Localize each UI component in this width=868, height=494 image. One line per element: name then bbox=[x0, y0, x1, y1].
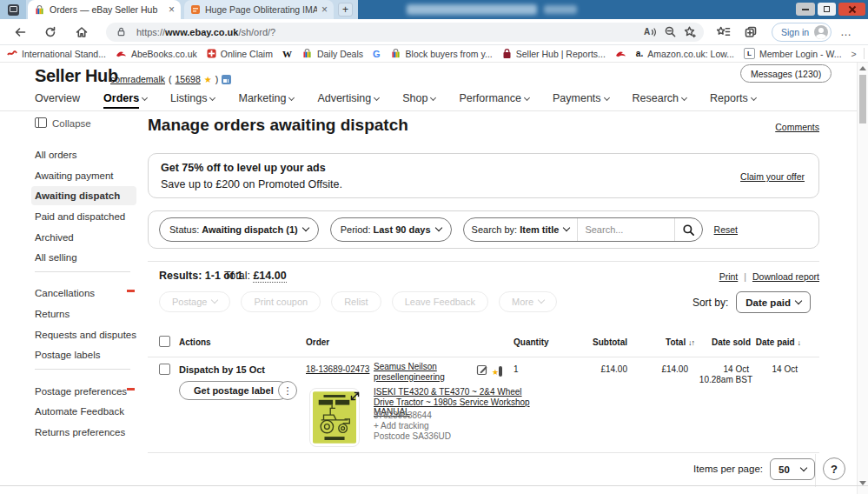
sidebar-item-cancellations[interactable]: Cancellations bbox=[35, 288, 95, 298]
page-scrollbar[interactable] bbox=[857, 63, 868, 494]
sidebar-item-returns[interactable]: Returns bbox=[35, 309, 70, 319]
add-tracking-link[interactable]: + Add tracking bbox=[374, 421, 429, 431]
reset-link[interactable]: Reset bbox=[714, 224, 738, 235]
browser-settings-menu-icon[interactable]: … bbox=[840, 25, 852, 38]
feedback-count-link[interactable]: 15698 bbox=[176, 74, 201, 84]
sidebar-item-automate-feedback[interactable]: Automate Feedback bbox=[35, 406, 124, 417]
nav-research[interactable]: Research bbox=[633, 92, 687, 104]
search-group: Search by:Item title bbox=[463, 217, 703, 242]
nav-payments[interactable]: Payments bbox=[553, 92, 609, 104]
tab-actions-menu-button[interactable] bbox=[0, 0, 26, 19]
sidebar-item-paid-and-dispatched[interactable]: Paid and dispatched bbox=[35, 211, 125, 222]
relist-button[interactable]: Relist bbox=[331, 291, 381, 312]
nav-listings[interactable]: Listings bbox=[170, 92, 215, 104]
url-text[interactable]: https://www.ebay.co.uk/sh/ord/? bbox=[136, 27, 641, 37]
sidebar-item-awaiting-payment[interactable]: Awaiting payment bbox=[35, 170, 114, 181]
row-checkbox[interactable] bbox=[159, 364, 170, 375]
sidebar-item-requests-and-disputes[interactable]: Requests and disputes bbox=[35, 330, 136, 340]
download-report-link[interactable]: Download report bbox=[752, 271, 819, 282]
new-tab-button[interactable]: + bbox=[338, 3, 353, 17]
sign-in-button[interactable]: Sign in bbox=[772, 23, 832, 42]
buyer-link[interactable]: Seamus Neilson presellengineering bbox=[374, 362, 445, 382]
add-note-icon[interactable] bbox=[476, 364, 488, 376]
select-all-checkbox[interactable] bbox=[159, 336, 170, 347]
browser-tab-active[interactable]: Orders — eBay Seller Hub × bbox=[28, 0, 181, 19]
order-number-link[interactable]: 18-13689-02473 bbox=[306, 364, 369, 374]
sidebar-item-all-orders[interactable]: All orders bbox=[35, 150, 77, 160]
get-postage-label-button[interactable]: Get postage label bbox=[179, 381, 288, 400]
items-per-page-dropdown[interactable]: 50 bbox=[770, 458, 815, 480]
leave-feedback-button[interactable]: Leave Feedback bbox=[392, 291, 488, 312]
item-number: 376239038644 bbox=[374, 411, 432, 420]
bookmark-wikipedia[interactable]: W bbox=[282, 49, 292, 59]
bookmark-online-claim[interactable]: Online Claim bbox=[207, 49, 273, 59]
abebooks-bird-icon bbox=[116, 49, 127, 58]
sidebar-item-postage-labels[interactable]: Postage labels bbox=[35, 350, 100, 360]
tab-close-icon[interactable]: × bbox=[169, 4, 175, 15]
window-maximize-button[interactable] bbox=[818, 3, 836, 16]
refresh-button[interactable] bbox=[40, 22, 61, 43]
help-button[interactable]: ? bbox=[823, 457, 845, 480]
nav-reports[interactable]: Reports bbox=[710, 92, 756, 104]
bookmark-member-login[interactable]: L Member Login - W... bbox=[744, 48, 842, 59]
sidebar-item-all-selling[interactable]: All selling bbox=[35, 252, 77, 263]
bookmark-daily-deals[interactable]: Daily Deals bbox=[301, 48, 363, 59]
bookmark-seller-hub-reports[interactable]: Seller Hub | Reports... bbox=[502, 49, 606, 59]
browser-tab-inactive[interactable]: Huge Page Obliterating IMAGE c × bbox=[184, 0, 334, 19]
column-header-total[interactable]: Total ↓↑ bbox=[639, 337, 694, 347]
print-coupon-button[interactable]: Print coupon bbox=[241, 291, 321, 312]
bookmark-block-buyers[interactable]: Block buyers from y... bbox=[390, 48, 493, 59]
bookmarks-overflow-chevron-icon[interactable]: > bbox=[851, 49, 857, 59]
sidebar-item-archived[interactable]: Archived bbox=[35, 232, 74, 243]
period-filter-dropdown[interactable]: Period:Last 90 days bbox=[330, 217, 452, 242]
scroll-up-icon[interactable] bbox=[859, 66, 866, 70]
window-close-button[interactable] bbox=[838, 3, 865, 16]
sidebar-item-awaiting-dispatch[interactable]: Awaiting dispatch bbox=[35, 190, 120, 201]
bookmark-amazon[interactable]: a. Amazon.co.uk: Low... bbox=[636, 49, 734, 59]
add-favorite-star-icon[interactable] bbox=[679, 23, 699, 42]
read-aloud-icon[interactable]: A bbox=[641, 23, 660, 42]
zoom-out-icon[interactable] bbox=[660, 23, 679, 42]
row-more-actions-button[interactable]: ⋮ bbox=[278, 381, 297, 400]
expand-image-icon[interactable] bbox=[349, 391, 361, 402]
nav-orders[interactable]: Orders bbox=[103, 92, 147, 104]
tab-close-icon[interactable]: × bbox=[321, 4, 328, 15]
claim-offer-link[interactable]: Claim your offer bbox=[740, 171, 805, 182]
site-security-lock-icon[interactable] bbox=[111, 23, 130, 42]
more-button[interactable]: More bbox=[499, 291, 557, 312]
favorites-bar-icon[interactable] bbox=[712, 22, 733, 43]
search-by-dropdown[interactable]: Search by:Item title bbox=[464, 218, 579, 241]
column-header-subtotal: Subtotal bbox=[573, 337, 627, 347]
bookmark-international-standard[interactable]: International Stand... bbox=[7, 49, 106, 59]
sidebar-collapse-button[interactable]: Collapse bbox=[35, 117, 91, 129]
postage-button[interactable]: Postage bbox=[159, 291, 230, 312]
scrollbar-thumb[interactable] bbox=[859, 75, 866, 124]
window-minimize-button[interactable] bbox=[796, 3, 815, 16]
print-link[interactable]: Print bbox=[719, 271, 739, 282]
bookmark-abebooks[interactable]: AbeBooks.co.uk bbox=[116, 49, 197, 59]
address-bar[interactable]: https://www.ebay.co.uk/sh/ord/? A bbox=[106, 23, 704, 42]
home-button[interactable] bbox=[71, 22, 92, 43]
divider bbox=[35, 369, 130, 370]
collections-icon[interactable] bbox=[740, 22, 761, 43]
nav-marketing[interactable]: Marketing bbox=[238, 92, 294, 104]
sidebar-item-returns-preferences[interactable]: Returns preferences bbox=[35, 427, 125, 437]
sidebar-item-postage-preferences[interactable]: Postage preferences bbox=[35, 386, 127, 397]
status-filter-dropdown[interactable]: Status:Awaiting dispatch (1) bbox=[159, 217, 319, 242]
nav-performance[interactable]: Performance bbox=[459, 92, 529, 104]
username-link[interactable]: comrademalk bbox=[110, 74, 165, 84]
bookmark-google[interactable]: G bbox=[373, 49, 381, 59]
nav-advertising[interactable]: Advertising bbox=[317, 92, 379, 104]
nav-shop[interactable]: Shop bbox=[402, 92, 435, 104]
sort-dropdown[interactable]: Date paid bbox=[736, 291, 811, 313]
messages-button[interactable]: Messages (1230) bbox=[740, 64, 832, 83]
starred-buyer-icon[interactable]: ★ bbox=[492, 363, 502, 378]
nav-overview[interactable]: Overview bbox=[35, 92, 80, 104]
comments-link[interactable]: Comments bbox=[775, 122, 819, 132]
bookmark-bird[interactable] bbox=[615, 49, 626, 58]
search-button[interactable] bbox=[674, 218, 702, 241]
search-input[interactable] bbox=[578, 224, 673, 235]
chevron-down-icon bbox=[800, 464, 807, 471]
back-button[interactable] bbox=[9, 22, 30, 43]
column-header-date-paid[interactable]: Date paid ↓ bbox=[740, 337, 800, 347]
